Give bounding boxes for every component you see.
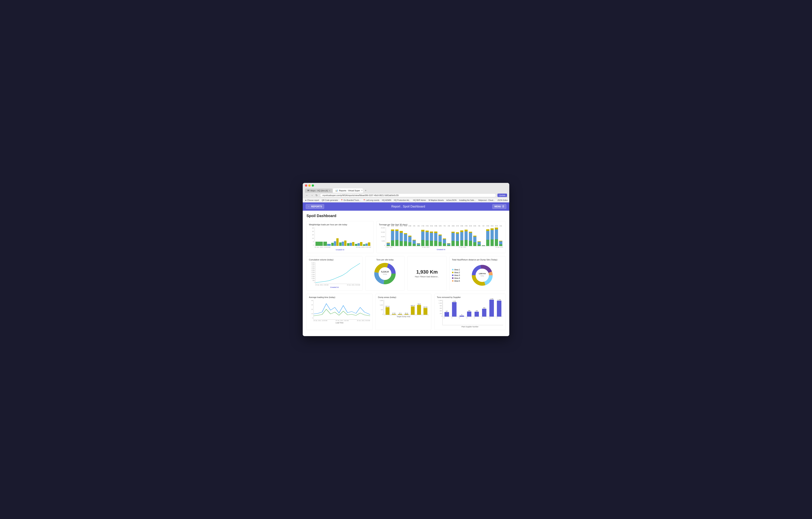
tonnage-panel: Tonnage per Site (last 30 days) 20,000 1…	[377, 221, 505, 253]
charts-row-2: Cumulative volume (today) 5,000 4,500 4,…	[307, 256, 505, 291]
haul-donut-title: Total Haul/Return distance per Dump Site…	[452, 259, 503, 261]
legend-area2: Area 2	[452, 271, 460, 273]
supplier-bars: 327 1,035 71	[443, 300, 503, 317]
dump-bar-5-rect	[411, 307, 415, 315]
back-arrow-icon: ←	[308, 205, 310, 208]
supplier-x-label: Plant Supplier Number	[437, 326, 503, 328]
tab-reports[interactable]: 📊 Reports - Virtual Super ✕	[333, 188, 363, 193]
bookmark-choose-report[interactable]: ★ Choose report	[304, 199, 320, 202]
supplier-bar-6: 566	[481, 307, 487, 317]
dump-bars: 597.14 37.95 37.3	[384, 300, 429, 315]
supplier-bar-8-rect	[497, 300, 501, 317]
bookmark-mapbox[interactable]: M Mapbox tilesets	[428, 199, 444, 202]
reports-tab-close[interactable]: ✕	[361, 190, 362, 192]
bookmark-truck[interactable]: 📍 On-Boarded Truck...	[340, 199, 361, 202]
charts-row-3: Average loading time (today) 40 30 20 10…	[307, 294, 505, 330]
area4-dot	[452, 277, 454, 279]
legend-area4: Area 4	[452, 277, 460, 279]
reports-tab-icon: 📊	[335, 189, 338, 192]
tonnage-x-tick-1: 10 Jan, 2021	[422, 247, 429, 248]
supplier-bar-2-rect	[452, 302, 457, 317]
weighbridge-x-ticks: 29 Jan, 2021, 12:00 AM 29 Jan, 2021, 6:0…	[315, 247, 371, 248]
back-to-reports-button[interactable]: ← REPORTS	[306, 204, 324, 209]
bookmark-qr[interactable]: QR Code generator	[321, 199, 339, 202]
haul-metric-value: 1,930 Km	[416, 269, 438, 275]
x-tick-start: 29 Jan, 2021, 12:00 AM	[315, 247, 330, 248]
dump-bar-3: 37.3	[397, 313, 403, 315]
dump-bar-2-label: 37.95	[392, 313, 396, 314]
bookmark-latlong[interactable]: 📍 Lat/Long coords	[362, 199, 380, 202]
tonnage-x-tick-2: 17 Jan, 2021	[459, 247, 466, 248]
url-input[interactable]: myvirtualsuper.com/p/WSA/reports/view/fb…	[320, 194, 496, 197]
supplier-x-labels: Company 1 Company 2 Company 3 Company 4 …	[443, 318, 503, 325]
haul-donut-panel: Total Haul/Return distance per Dump Site…	[450, 256, 505, 291]
back-nav-button[interactable]: ←	[305, 194, 309, 197]
menu-button[interactable]: MENU ☰	[492, 204, 506, 209]
bookmark-hq-prod[interactable]: HQ Production Ad...	[393, 199, 411, 202]
page-title: Spoil Dashboard	[307, 214, 505, 218]
avg-x-tick-1: 29 Jan, 2021, 3:00 AM	[336, 320, 349, 321]
tons-site-title: Tons per site today	[376, 259, 394, 261]
close-button[interactable]	[305, 184, 307, 186]
menu-label: MENU	[494, 205, 501, 208]
bookmark-helpscout[interactable]: Helpscout - Cloud...	[477, 199, 496, 202]
haul-donut-label: TOTAL	[481, 275, 484, 277]
area3-label: Area 3	[455, 274, 460, 277]
supplier-bar-6-rect	[482, 309, 487, 317]
dump-bar-2: 37.95	[391, 313, 397, 315]
supplier-bar-8-label: 1,156	[497, 299, 501, 300]
supplier-bar-5-rect	[474, 312, 479, 317]
area2-dot	[452, 272, 454, 273]
dump-bar-5: 665.15	[410, 305, 415, 315]
browser-chrome: 🗺 Maps - HQ [dev-jh] ✕ 📊 Reports - Virtu…	[303, 183, 509, 193]
legend-area5: Area 5	[452, 280, 460, 282]
cumulative-chart-area: 5,000 4,500 4,000 3,500 3,000 2,500 2,00…	[309, 262, 360, 288]
legend-area1: Area 1	[452, 269, 460, 271]
weighbridge-bar-chart	[315, 227, 371, 246]
bookmark-json-editor[interactable]: JSON Editor	[497, 199, 509, 202]
bookmark-safe[interactable]: Installing the Safe...	[458, 199, 476, 202]
tons-site-total-label: TOTAL	[383, 273, 387, 275]
cumulative-x-tick-1: 29 Jan, 2021, 6:00 AM	[347, 284, 360, 286]
supplier-bar-3-rect	[460, 316, 464, 317]
bookmark-geojson[interactable]: toGeoJSON	[446, 199, 457, 202]
bookmark-hq-admin[interactable]: HQ ADMIN	[381, 199, 392, 202]
supplier-bar-5-label: 358	[476, 310, 478, 312]
maps-tab-icon: 🗺	[307, 190, 309, 192]
dump-areas-x-label: Target Dump Area	[378, 316, 429, 318]
supplier-bar-6-label: 566	[483, 307, 486, 309]
supplier-panel: Tons removed by Supplier 1,200 1,000 800…	[434, 294, 505, 330]
weighbridge-panel: Weighbridge loads per hour per site toda…	[307, 221, 374, 253]
hamburger-icon: ☰	[502, 205, 504, 208]
maps-tab-close[interactable]: ✕	[329, 190, 330, 192]
haul-donut-value: 1,930 Km	[479, 272, 486, 275]
bookmark-hq-bhp[interactable]: HQ BHP Admin	[412, 199, 427, 202]
supplier-bar-1: 327	[443, 311, 450, 317]
dump-bar-1-label: 597.14	[385, 306, 389, 307]
tons-site-donut-svg: 5,114.14 TOTAL	[374, 262, 396, 285]
avg-loading-x-label: Load Time	[309, 322, 370, 324]
reports-tab-label: Reports - Virtual Super	[339, 190, 360, 192]
supplier-bar-1-rect	[444, 312, 449, 317]
supplier-bar-3-label: 71	[461, 314, 463, 315]
weighbridge-chart-area: 45 35 25 15 5 0	[309, 227, 371, 251]
weighbridge-title: Weighbridge loads per hour per site toda…	[309, 224, 371, 226]
haul-metric-panel: 1,930 Km Haul / Return load distance...	[407, 256, 446, 291]
tab-maps[interactable]: 🗺 Maps - HQ [dev-jh] ✕	[305, 189, 332, 193]
reload-button[interactable]: ↻	[315, 194, 318, 197]
supplier-bar-4-rect	[467, 312, 471, 317]
supplier-bar-7-label: 1,232	[490, 298, 493, 299]
new-tab-button[interactable]: +	[364, 188, 368, 193]
forward-nav-button[interactable]: →	[310, 194, 314, 197]
update-button[interactable]: Update	[497, 194, 507, 197]
dump-bar-3-label: 37.3	[399, 313, 402, 314]
x-tick-end: 29 Jan, 2021, 6:00 AM	[356, 247, 371, 248]
area4-label: Area 4	[455, 277, 460, 279]
maximize-button[interactable]	[312, 184, 314, 186]
dump-areas-panel: Dump areas (today) 1,500 1,000 500 0	[376, 294, 431, 330]
minimize-button[interactable]	[308, 184, 311, 186]
tonnage-bars: 3.8k 18.4k	[386, 227, 503, 246]
area1-dot	[452, 269, 454, 270]
maps-tab-label: Maps - HQ [dev-jh]	[311, 190, 328, 192]
dump-bar-2-rect	[392, 314, 396, 315]
